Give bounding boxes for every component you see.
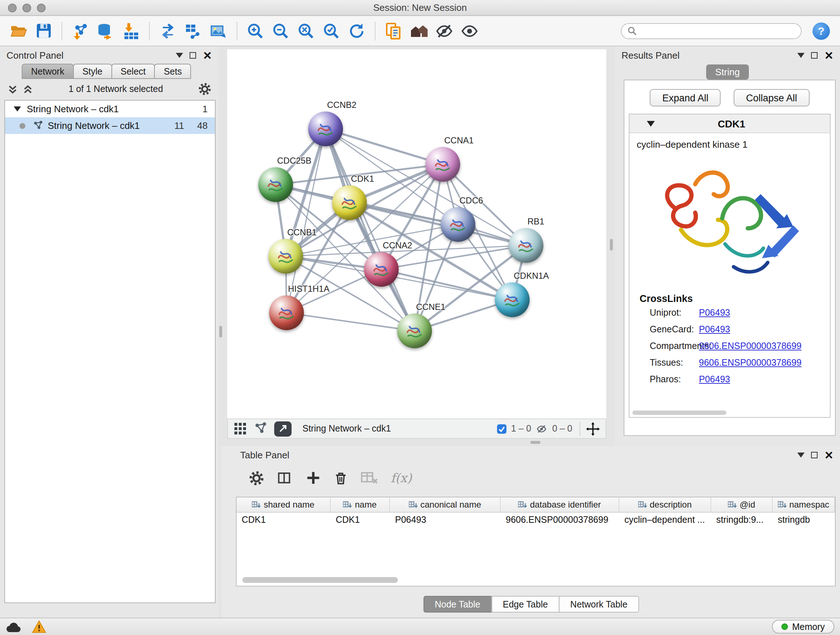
zoom-out-icon[interactable]	[270, 20, 292, 42]
search-box[interactable]	[621, 23, 802, 39]
tree-row[interactable]: String Network – cdk11148	[5, 117, 215, 134]
maximize-panel-icon[interactable]	[812, 451, 818, 458]
right-splitter-handle[interactable]	[610, 239, 613, 250]
tab-edge-table[interactable]: Edge Table	[491, 596, 560, 613]
network-node-cdc25b[interactable]	[258, 167, 293, 202]
copy-document-icon[interactable]	[383, 20, 404, 42]
tab-style[interactable]: Style	[73, 64, 112, 79]
network-edge[interactable]	[381, 269, 512, 300]
collapse-all-icon[interactable]	[7, 84, 18, 95]
maximize-window-button[interactable]	[37, 4, 46, 12]
network-node-rb1[interactable]	[508, 228, 543, 263]
export-image-icon[interactable]	[208, 20, 229, 42]
network-node-cdkn1a[interactable]	[495, 282, 530, 317]
network-node-ccnb1[interactable]	[268, 239, 303, 274]
column-header-shared-name[interactable]: shared name	[237, 497, 331, 512]
open-session-icon[interactable]	[7, 20, 29, 42]
float-panel-icon[interactable]	[798, 452, 805, 457]
close-panel-icon[interactable]: ✕	[824, 449, 834, 460]
crosslink-link[interactable]: P06493	[699, 324, 730, 334]
column-header-canonical-name[interactable]: canonical name	[390, 497, 501, 512]
grid-mode-icon[interactable]	[234, 422, 247, 435]
show-columns-icon[interactable]	[277, 470, 293, 486]
tab-node-table[interactable]: Node Table	[423, 596, 492, 613]
home-icon[interactable]	[408, 20, 430, 42]
network-and-table-icon[interactable]	[182, 20, 204, 42]
network-edge[interactable]	[349, 203, 526, 245]
help-icon[interactable]: ?	[813, 22, 830, 40]
table-row[interactable]: CDK1CDK1P064939606.ENSP00000378699cyclin…	[237, 513, 835, 528]
network-node-hist1h1a[interactable]	[269, 295, 304, 330]
search-input[interactable]	[641, 26, 795, 36]
float-panel-icon[interactable]	[176, 52, 183, 57]
birds-eye-view-button[interactable]	[274, 421, 292, 436]
save-session-icon[interactable]	[33, 20, 54, 42]
network-edge[interactable]	[286, 313, 415, 331]
crosslink-link[interactable]: P06493	[699, 374, 730, 384]
table-settings-gear-icon[interactable]	[249, 470, 264, 486]
zoom-fit-icon[interactable]	[295, 20, 317, 42]
gear-icon[interactable]	[198, 82, 211, 96]
close-panel-icon[interactable]: ✕	[203, 50, 212, 60]
cloud-icon[interactable]	[6, 621, 22, 633]
network-node-ccna1[interactable]	[425, 147, 460, 182]
table-scrollbar[interactable]	[242, 577, 398, 583]
column-header-namespac[interactable]: namespac	[773, 497, 835, 512]
pan-crosshair-icon[interactable]	[586, 422, 600, 435]
float-panel-icon[interactable]	[798, 52, 805, 57]
import-table-icon[interactable]	[120, 20, 142, 42]
expand-all-icon[interactable]	[22, 84, 33, 95]
tab-sets[interactable]: Sets	[155, 64, 191, 79]
network-node-ccnb2[interactable]	[308, 111, 343, 146]
zoom-in-icon[interactable]	[245, 20, 266, 42]
import-network-file-icon[interactable]	[69, 20, 91, 42]
network-node-cdk1[interactable]	[332, 185, 367, 220]
close-window-button[interactable]	[8, 4, 17, 12]
tab-network-table[interactable]: Network Table	[559, 596, 639, 613]
tab-string[interactable]: String	[706, 65, 749, 80]
network-from-selection-icon[interactable]	[157, 20, 179, 42]
network-node-ccna2[interactable]	[364, 252, 399, 287]
section-expander-icon[interactable]	[647, 120, 655, 126]
table-cell[interactable]: stringdb:9...	[711, 513, 773, 528]
column-header-name[interactable]: name	[331, 497, 390, 512]
minimize-window-button[interactable]	[22, 4, 31, 12]
table-cell[interactable]: CDK1	[237, 513, 331, 528]
maximize-panel-icon[interactable]	[190, 52, 196, 58]
table-cell[interactable]: CDK1	[331, 513, 390, 528]
close-panel-icon[interactable]: ✕	[824, 50, 834, 60]
network-edge[interactable]	[325, 129, 415, 331]
tab-network[interactable]: Network	[22, 64, 74, 79]
tree-expander-icon[interactable]	[14, 106, 21, 111]
gene-section-header[interactable]: CDK1	[630, 114, 830, 133]
create-column-plus-icon[interactable]	[306, 470, 321, 485]
table-cell[interactable]: cyclin–dependent ...	[619, 513, 711, 528]
results-scrollbar[interactable]	[632, 410, 726, 415]
column-header-database-identifier[interactable]: database identifier	[501, 497, 619, 512]
delete-column-trash-icon[interactable]	[333, 470, 348, 486]
expand-all-button[interactable]: Expand All	[650, 89, 721, 106]
network-node-ccne1[interactable]	[397, 314, 432, 348]
zoom-selected-icon[interactable]	[321, 20, 342, 42]
warning-icon[interactable]	[32, 620, 46, 633]
import-network-database-icon[interactable]	[95, 20, 117, 42]
show-all-eye-icon[interactable]	[459, 20, 480, 42]
left-splitter-handle[interactable]	[219, 326, 222, 337]
network-canvas[interactable]: CCNB2CCNA1CDC25BCDK1CDC6RB1CCNB1CCNA2CDK…	[227, 49, 606, 418]
collapse-all-button[interactable]: Collapse All	[734, 89, 809, 106]
maximize-panel-icon[interactable]	[812, 52, 818, 58]
table-cell[interactable]: 9606.ENSP00000378699	[501, 513, 619, 528]
memory-button[interactable]: Memory	[772, 620, 834, 633]
table-cell[interactable]: stringdb	[773, 513, 835, 528]
tab-select[interactable]: Select	[111, 64, 155, 79]
horizontal-splitter-handle[interactable]	[531, 441, 540, 444]
crosslink-link[interactable]: P06493	[699, 307, 730, 318]
network-node-cdc6[interactable]	[441, 207, 475, 242]
refresh-layout-icon[interactable]	[346, 20, 368, 42]
tree-row[interactable]: String Network – cdk11	[5, 101, 215, 117]
crosslink-link[interactable]: 9606.ENSP00000378699	[699, 340, 802, 351]
column-header--id[interactable]: @id	[711, 497, 773, 512]
table-cell[interactable]: P06493	[390, 513, 501, 528]
share-network-icon[interactable]	[253, 421, 268, 436]
crosslink-link[interactable]: 9606.ENSP00000378699	[699, 357, 802, 367]
